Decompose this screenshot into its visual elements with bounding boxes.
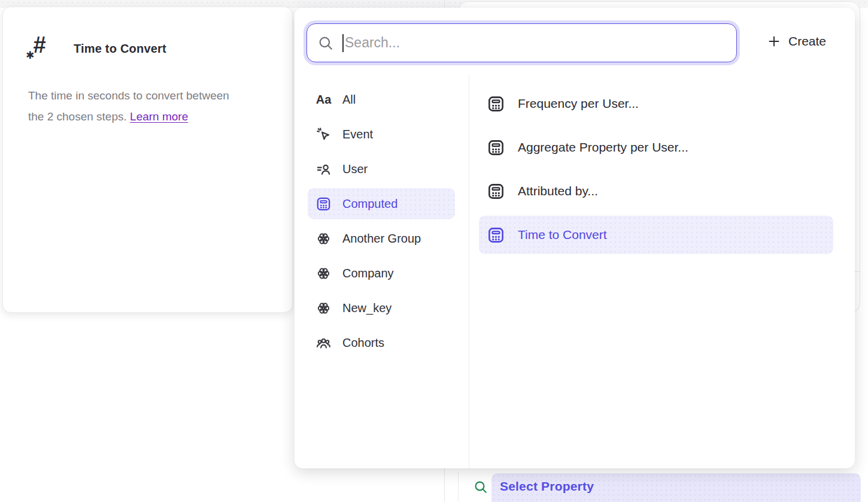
calculator-icon xyxy=(487,138,505,157)
result-item-label: Attributed by... xyxy=(518,184,598,198)
sidebar-item-label: New_key xyxy=(342,301,391,315)
sidebar-item-label: User xyxy=(342,162,368,176)
search-icon xyxy=(473,479,488,495)
property-picker-modal: Create Aa All Event User Computed Anothe… xyxy=(295,8,855,468)
result-item-attributed-by[interactable]: Attributed by... xyxy=(479,172,833,210)
sidebar-item-new-key[interactable]: New_key xyxy=(308,292,455,323)
tooltip-description: The time in seconds to convert between t… xyxy=(3,62,292,127)
group-cluster-icon xyxy=(315,265,332,282)
sidebar-item-all[interactable]: Aa All xyxy=(308,84,455,115)
category-sidebar: Aa All Event User Computed Another Group… xyxy=(295,75,469,468)
result-item-label: Frequency per User... xyxy=(518,96,639,111)
result-item-frequency-per-user[interactable]: Frequency per User... xyxy=(479,84,833,123)
tooltip-description-line1: The time in seconds to convert between xyxy=(28,89,229,102)
tooltip-title: Time to Convert xyxy=(74,42,166,56)
plus-icon xyxy=(767,34,781,49)
picker-body: Aa All Event User Computed Another Group… xyxy=(295,75,855,468)
create-button-label: Create xyxy=(788,34,826,49)
sidebar-item-label: Event xyxy=(342,128,373,141)
text-format-icon: Aa xyxy=(315,92,332,108)
sidebar-item-label: Computed xyxy=(342,197,397,211)
property-tooltip-card: # ✱ Time to Convert The time in seconds … xyxy=(2,7,293,313)
cohort-people-icon xyxy=(315,335,332,351)
group-cluster-icon xyxy=(315,231,332,247)
sidebar-item-computed[interactable]: Computed xyxy=(308,188,455,219)
tooltip-description-line2: the 2 chosen steps. xyxy=(28,110,127,123)
calculator-icon xyxy=(487,226,505,244)
result-item-time-to-convert[interactable]: Time to Convert xyxy=(479,216,833,254)
learn-more-link[interactable]: Learn more xyxy=(130,110,188,123)
sidebar-item-label: Company xyxy=(342,267,394,280)
search-input[interactable] xyxy=(344,24,736,62)
calculator-icon xyxy=(315,196,332,212)
picker-header: Create xyxy=(295,8,855,75)
cursor-click-icon xyxy=(315,126,332,143)
numeric-hash-icon: # ✱ xyxy=(27,35,54,62)
select-property-button[interactable]: Select Property xyxy=(491,473,861,502)
calculator-icon xyxy=(487,182,505,201)
create-button[interactable]: Create xyxy=(767,34,826,49)
user-list-icon xyxy=(315,161,332,177)
results-list: Frequency per User... Aggregate Property… xyxy=(469,75,855,468)
result-item-aggregate-property-per-user[interactable]: Aggregate Property per User... xyxy=(479,128,833,167)
search-icon xyxy=(317,35,334,52)
result-item-label: Time to Convert xyxy=(518,228,607,242)
sidebar-item-company[interactable]: Company xyxy=(308,258,455,289)
sidebar-item-cohorts[interactable]: Cohorts xyxy=(308,327,455,358)
select-property-label: Select Property xyxy=(500,479,594,494)
sidebar-item-user[interactable]: User xyxy=(308,153,455,185)
page: Select Property # ✱ Time to Convert The … xyxy=(0,0,868,502)
search-box[interactable] xyxy=(306,23,737,62)
sidebar-item-another-group[interactable]: Another Group xyxy=(308,223,455,254)
result-item-label: Aggregate Property per User... xyxy=(518,140,688,155)
sidebar-item-event[interactable]: Event xyxy=(308,119,455,150)
sidebar-item-label: Another Group xyxy=(342,232,421,246)
sidebar-item-label: Cohorts xyxy=(342,336,384,350)
sidebar-item-label: All xyxy=(342,93,356,107)
property-row: Select Property xyxy=(458,471,868,502)
calculator-icon xyxy=(487,95,505,113)
group-cluster-icon xyxy=(315,300,332,316)
